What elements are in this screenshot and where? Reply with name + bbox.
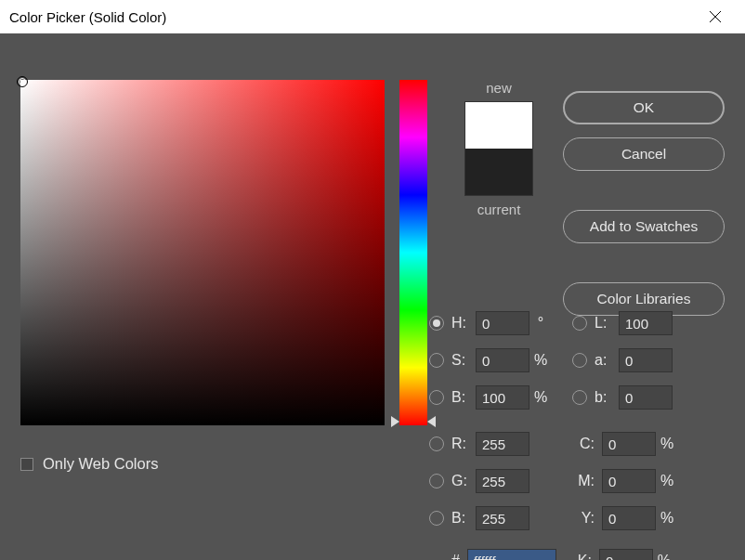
s-radio[interactable] <box>429 353 444 368</box>
h-input[interactable] <box>476 311 529 335</box>
r-input[interactable] <box>476 432 529 456</box>
hue-slider[interactable] <box>399 80 427 425</box>
y-input[interactable] <box>602 506 656 530</box>
close-icon <box>710 11 721 22</box>
k-unit: % <box>653 553 675 560</box>
y-unit: % <box>656 510 678 527</box>
s-input[interactable] <box>476 348 529 372</box>
b-hsb-radio[interactable] <box>429 390 444 405</box>
l-input[interactable] <box>619 311 673 335</box>
c-unit: % <box>656 436 678 452</box>
s-unit: % <box>529 352 552 369</box>
color-swatch <box>464 101 533 196</box>
svg-marker-2 <box>391 416 399 427</box>
a-input[interactable] <box>619 348 673 372</box>
b-rgb-label: B: <box>451 510 476 527</box>
g-label: G: <box>451 473 476 489</box>
h-unit: ° <box>529 315 552 332</box>
m-input[interactable] <box>602 469 656 493</box>
b-rgb-radio[interactable] <box>429 511 444 526</box>
web-colors-label: Only Web Colors <box>43 455 158 473</box>
b-rgb-input[interactable] <box>476 506 529 530</box>
r-radio[interactable] <box>429 436 444 451</box>
k-label: K: <box>569 553 592 560</box>
l-radio[interactable] <box>572 316 587 331</box>
current-label: current <box>477 202 521 217</box>
a-radio[interactable] <box>572 353 587 368</box>
saturation-value-field[interactable] <box>20 80 385 425</box>
b-lab-label: b: <box>595 389 619 406</box>
s-label: S: <box>451 352 476 369</box>
a-label: a: <box>595 352 619 369</box>
cancel-button[interactable]: Cancel <box>563 137 725 171</box>
g-input[interactable] <box>476 469 529 493</box>
c-label: C: <box>572 436 595 452</box>
b-lab-radio[interactable] <box>572 390 587 405</box>
m-label: M: <box>572 473 595 489</box>
close-button[interactable] <box>695 0 736 33</box>
new-label: new <box>486 80 512 96</box>
current-color-swatch[interactable] <box>465 149 532 195</box>
b-lab-input[interactable] <box>619 385 673 410</box>
web-colors-checkbox[interactable] <box>20 458 33 471</box>
titlebar: Color Picker (Solid Color) <box>0 0 745 33</box>
add-to-swatches-button[interactable]: Add to Swatches <box>563 210 725 243</box>
b-hsb-label: B: <box>451 389 476 406</box>
sv-marker[interactable] <box>17 76 28 87</box>
y-label: Y: <box>572 510 595 527</box>
ok-button[interactable]: OK <box>563 91 725 124</box>
h-radio[interactable] <box>429 316 444 331</box>
new-color-swatch[interactable] <box>465 102 532 149</box>
c-input[interactable] <box>602 432 656 456</box>
k-input[interactable] <box>599 549 653 560</box>
b-hsb-input[interactable] <box>476 385 529 410</box>
m-unit: % <box>656 473 678 489</box>
hex-label: # <box>451 553 460 560</box>
g-radio[interactable] <box>429 474 444 488</box>
l-label: L: <box>595 315 619 332</box>
b-hsb-unit: % <box>529 389 552 406</box>
r-label: R: <box>451 436 476 452</box>
hex-input[interactable] <box>467 549 556 560</box>
h-label: H: <box>451 315 476 332</box>
window-title: Color Picker (Solid Color) <box>9 9 166 25</box>
